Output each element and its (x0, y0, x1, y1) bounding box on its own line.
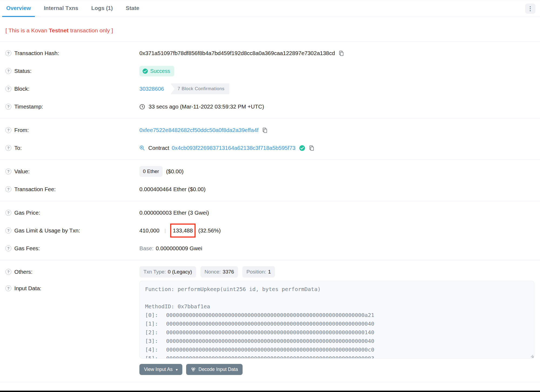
tab-internal-txns[interactable]: Internal Txns (40, 0, 82, 17)
row-status: ? Status: Success (5, 62, 535, 80)
gas-fees-label: ? Gas Fees: (5, 245, 139, 252)
timestamp-value: 33 secs ago (Mar-11-2022 03:59:32 PM +UT… (149, 103, 264, 110)
block-confirmations-badge: 7 Block Confirmations (170, 83, 229, 94)
nonce-badge: Nonce: 3376 (200, 266, 238, 278)
chevron-down-icon: ▾ (176, 367, 178, 372)
others-label: ? Others: (5, 269, 139, 275)
tab-overview[interactable]: Overview (2, 0, 35, 17)
input-data-row: [0]:000000000000000000000000000000000000… (145, 311, 529, 319)
row-transaction-fee: ? Transaction Fee: 0.000400464 Ether ($0… (5, 180, 535, 198)
to-label: ? To: (5, 145, 139, 151)
tab-state[interactable]: State (122, 0, 143, 17)
input-data-actions: View Input As ▾ Decode Input Data (139, 364, 535, 375)
section-gas: ? Gas Price: 0.000000003 Ether (3 Gwei) … (0, 201, 540, 260)
status-label: ? Status: (5, 68, 139, 74)
row-gas-price: ? Gas Price: 0.000000003 Ether (3 Gwei) (5, 204, 535, 222)
contract-word: Contract (148, 145, 169, 151)
help-icon[interactable]: ? (5, 168, 11, 174)
view-input-as-button[interactable]: View Input As ▾ (139, 364, 182, 375)
ether-value-badge: 0 Ether (139, 166, 163, 177)
check-circle-icon (142, 68, 148, 74)
row-transaction-hash: ? Transaction Hash: 0x371a51097fb78df856… (5, 44, 535, 62)
row-from: ? From: 0xfee7522e8482682cf50ddc50a0f8da… (5, 121, 535, 139)
help-icon[interactable]: ? (5, 50, 11, 56)
txn-type-badge: Txn Type: 0 (Legacy) (139, 266, 196, 278)
gas-price-value: 0.000000003 Ether (3 Gwei) (139, 209, 209, 216)
position-badge: Position: 1 (242, 266, 275, 278)
section-value: ? Value: 0 Ether ($0.00) ? Transaction F… (0, 160, 540, 201)
verified-check-icon (299, 145, 305, 151)
warning-text: [ This is a Kovan (5, 27, 49, 33)
row-timestamp: ? Timestamp: 33 secs ago (Mar-11-2022 03… (5, 98, 535, 116)
value-label: ? Value: (5, 168, 139, 175)
transaction-overview-page: Overview Internal Txns Logs (1) State ⋮ … (0, 0, 540, 392)
magnifier-plus-icon[interactable] (139, 145, 145, 151)
testnet-warning: [ This is a Kovan Testnet transaction on… (0, 17, 540, 42)
status-badge: Success (139, 66, 174, 76)
help-icon[interactable]: ? (5, 127, 11, 133)
gas-used-percent: (32.56%) (198, 227, 221, 234)
help-icon[interactable]: ? (5, 68, 11, 74)
base-fee-value: 0.000000009 Gwei (156, 245, 202, 252)
help-icon[interactable]: ? (5, 228, 11, 234)
vertical-ellipsis-icon: ⋮ (528, 5, 533, 12)
timestamp-label: ? Timestamp: (5, 103, 139, 110)
method-id: MethodID: 0x7bbaf1ea (145, 302, 529, 311)
input-data-row: [1]:000000000000000000000000000000000000… (145, 319, 529, 328)
row-gas-fees: ? Gas Fees: Base: 0.000000009 Gwei (5, 239, 535, 257)
to-address-link[interactable]: 0x4cb093f226983713164a62138c3f718a5b595f… (172, 145, 295, 151)
resize-grip[interactable] (529, 354, 533, 357)
bottom-edge (0, 391, 540, 392)
transaction-hash-label: ? Transaction Hash: (5, 50, 139, 56)
copy-icon[interactable] (309, 145, 314, 151)
help-icon[interactable]: ? (5, 210, 11, 216)
transaction-fee-label: ? Transaction Fee: (5, 186, 139, 192)
gas-price-label: ? Gas Price: (5, 209, 139, 216)
clock-icon (139, 104, 145, 110)
row-to: ? To: Contract 0x4cb093f226983713164a621… (5, 139, 535, 157)
gas-limit-label: ? Gas Limit & Usage by Txn: (5, 227, 139, 234)
transaction-fee-value: 0.000400464 Ether ($0.00) (139, 186, 206, 192)
row-value: ? Value: 0 Ether ($0.00) (5, 163, 535, 180)
row-input-data: ? Input Data: Function: performUpkeep(ui… (5, 281, 535, 359)
block-number-link[interactable]: 30328606 (139, 86, 164, 92)
annotation-red-box: 133,488 (170, 224, 196, 238)
section-summary: ? Transaction Hash: 0x371a51097fb78df856… (0, 42, 540, 119)
input-data-label: ? Input Data: (5, 281, 139, 292)
tab-bar: Overview Internal Txns Logs (1) State ⋮ (0, 0, 540, 17)
decode-icon (191, 367, 196, 372)
input-data-row: [4]:000000000000000000000000000000000000… (145, 345, 529, 354)
decode-input-data-button[interactable]: Decode Input Data (186, 364, 243, 375)
from-address-link[interactable]: 0xfee7522e8482682cf50ddc50a0f8da2a39effa… (139, 127, 259, 133)
tab-logs[interactable]: Logs (1) (87, 0, 117, 17)
warning-text-end: transaction only ] (69, 27, 113, 33)
usd-value: ($0.00) (166, 168, 184, 175)
row-others: ? Others: Txn Type: 0 (Legacy) Nonce: 33… (5, 263, 535, 281)
help-icon[interactable]: ? (5, 186, 11, 192)
gas-limit-value: 410,000 (139, 227, 159, 234)
from-label: ? From: (5, 127, 139, 133)
help-icon[interactable]: ? (5, 145, 11, 151)
section-parties: ? From: 0xfee7522e8482682cf50ddc50a0f8da… (0, 119, 540, 160)
input-data-row: [5]:000000000000000000000000000000000000… (145, 354, 529, 359)
copy-icon[interactable] (262, 127, 268, 133)
input-data-row: [3]:000000000000000000000000000000000000… (145, 337, 529, 345)
gas-used-value: 133,488 (173, 227, 193, 234)
function-signature: Function: performUpkeep(uint256 id, byte… (145, 285, 529, 293)
block-label: ? Block: (5, 86, 139, 92)
separator-bar: | (163, 228, 167, 234)
copy-icon[interactable] (338, 50, 344, 56)
help-icon[interactable]: ? (5, 86, 11, 92)
transaction-hash-value: 0x371a51097fb78df856f8b4a7bd459f192d8cc8… (139, 50, 335, 56)
row-block: ? Block: 30328606 7 Block Confirmations (5, 80, 535, 98)
row-gas-limit-usage: ? Gas Limit & Usage by Txn: 410,000 | 13… (5, 222, 535, 239)
section-others-input: ? Others: Txn Type: 0 (Legacy) Nonce: 33… (0, 260, 540, 382)
input-data-textarea[interactable]: Function: performUpkeep(uint256 id, byte… (139, 281, 534, 359)
help-icon[interactable]: ? (5, 285, 11, 291)
help-icon[interactable]: ? (5, 104, 11, 110)
help-icon[interactable]: ? (5, 269, 11, 275)
help-icon[interactable]: ? (5, 245, 11, 251)
input-data-row: [2]:000000000000000000000000000000000000… (145, 328, 529, 337)
more-options-button[interactable]: ⋮ (525, 4, 535, 14)
warning-bold-text: Testnet (49, 27, 69, 33)
